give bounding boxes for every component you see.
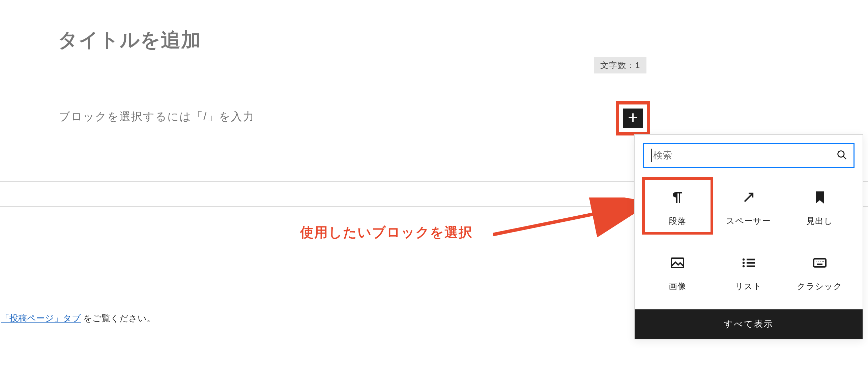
svg-rect-7 <box>671 258 684 268</box>
add-block-button[interactable] <box>623 109 643 128</box>
search-placeholder: 検索 <box>653 149 836 162</box>
svg-line-6 <box>745 193 753 202</box>
annotation-text: 使用したいブロックを選択 <box>300 223 473 242</box>
block-placeholder-text[interactable]: ブロックを選択するには「/」を入力 <box>59 109 255 124</box>
svg-line-3 <box>493 205 639 235</box>
block-item-list[interactable]: リスト <box>713 243 784 300</box>
search-wrap: 検索 <box>635 135 863 173</box>
block-grid: 段落 スペーサー 見出し <box>635 173 863 309</box>
svg-line-5 <box>843 156 846 159</box>
block-item-paragraph[interactable]: 段落 <box>642 177 713 235</box>
search-icon <box>836 149 847 162</box>
block-item-label: 画像 <box>669 281 686 292</box>
svg-point-11 <box>743 258 745 260</box>
post-title-placeholder[interactable]: タイトルを追加 <box>58 27 201 53</box>
svg-point-4 <box>838 151 844 157</box>
plus-icon <box>627 111 639 125</box>
block-item-spacer[interactable]: スペーサー <box>713 177 784 235</box>
annotation-arrow-icon <box>490 197 649 245</box>
block-item-heading[interactable]: 見出し <box>784 177 855 235</box>
block-item-label: クラシック <box>797 281 842 292</box>
block-item-label: スペーサー <box>726 215 771 226</box>
block-item-label: 見出し <box>806 215 833 226</box>
bookmark-icon <box>812 186 828 209</box>
block-item-label: リスト <box>735 281 762 292</box>
footer-help-text: 「投稿ページ」タブ をご覧ください。 <box>1 312 155 324</box>
block-item-label: 段落 <box>669 215 686 226</box>
keyboard-icon <box>812 251 828 275</box>
add-block-button-highlight <box>616 101 650 135</box>
footer-link[interactable]: 「投稿ページ」タブ <box>1 313 81 323</box>
image-icon <box>669 251 686 275</box>
svg-point-13 <box>743 265 745 267</box>
paragraph-icon <box>669 186 686 209</box>
show-all-button[interactable]: すべて表示 <box>635 309 863 339</box>
block-item-image[interactable]: 画像 <box>642 243 713 300</box>
spacer-icon <box>741 186 757 209</box>
svg-point-12 <box>743 262 745 264</box>
char-count-badge: 文字数 : 1 <box>594 57 646 73</box>
text-cursor <box>651 149 652 162</box>
block-item-classic[interactable]: クラシック <box>784 243 855 300</box>
block-search-input[interactable]: 検索 <box>643 143 855 168</box>
block-inserter-panel: 検索 段落 スペ <box>634 134 863 339</box>
footer-suffix: をご覧ください。 <box>81 313 155 323</box>
list-icon <box>741 251 757 275</box>
svg-rect-14 <box>814 259 826 267</box>
